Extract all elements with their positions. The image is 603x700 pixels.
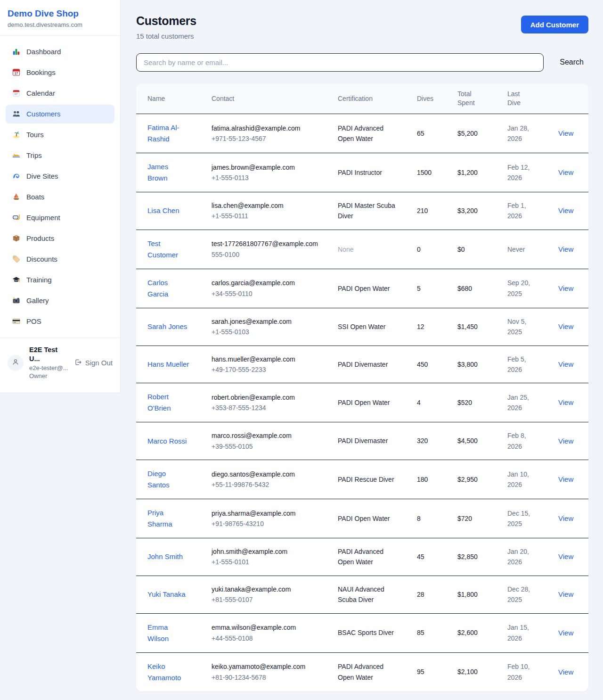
logout-icon [74, 358, 82, 368]
sidebar-item-label: Equipment [26, 214, 60, 222]
sidebar: Demo Dive Shop demo.test.divestreams.com… [0, 0, 121, 393]
customer-name-link[interactable]: Lisa Chen [147, 205, 179, 216]
customer-total-spent: $0 [452, 230, 502, 269]
search-input[interactable] [136, 53, 544, 72]
customer-name-link[interactable]: Yuki Tanaka [147, 589, 186, 600]
view-customer-link[interactable]: View [558, 398, 573, 406]
view-customer-link[interactable]: View [558, 590, 573, 598]
avatar [8, 355, 24, 371]
camera-icon [11, 296, 21, 305]
view-customer-link[interactable]: View [558, 475, 573, 483]
view-customer-link[interactable]: View [558, 322, 573, 330]
customer-email: yuki.tanaka@example.com [212, 584, 323, 594]
sidebar-item-training[interactable]: Training [6, 271, 114, 289]
view-customer-link[interactable]: View [558, 629, 573, 637]
customer-certification: PADI Open Water [338, 513, 390, 524]
customer-name-link[interactable]: Carlos Garcia [147, 277, 190, 300]
customer-phone: +39-555-0105 [212, 441, 323, 452]
customer-email: marco.rossi@example.com [212, 430, 323, 441]
customer-name-link[interactable]: Priya Sharma [147, 507, 190, 530]
view-customer-link[interactable]: View [558, 514, 573, 522]
sidebar-item-dive-sites[interactable]: Dive Sites [6, 167, 114, 186]
customer-certification: BSAC Sports Diver [338, 627, 394, 638]
table-row: John Smithjohn.smith@example.com+1-555-0… [136, 538, 588, 576]
customer-email: carlos.garcia@example.com [212, 278, 323, 288]
sidebar-item-label: Customers [26, 110, 61, 118]
view-customer-link[interactable]: View [558, 245, 573, 253]
customer-name-link[interactable]: Test Customer [147, 238, 190, 261]
customer-name-link[interactable]: Fatima Al-Rashid [147, 122, 190, 145]
tag-icon [11, 255, 21, 264]
customer-dives: 28 [411, 576, 452, 613]
customer-name-link[interactable]: Marco Rossi [147, 436, 187, 447]
sidebar-item-label: Tours [26, 131, 44, 139]
table-row: Emma Wilsonemma.wilson@example.com+44-55… [136, 613, 588, 652]
user-email: e2e-tester@... [29, 364, 68, 372]
column-header-name: Name [136, 84, 206, 114]
customer-name-link[interactable]: James Brown [147, 161, 190, 184]
table-row: Lisa Chenlisa.chen@example.com+1-555-011… [136, 192, 588, 230]
customer-name-link[interactable]: Keiko Yamamoto [147, 661, 190, 684]
table-header: NameContactCertificationDivesTotal Spent… [136, 84, 588, 114]
sidebar-item-pos[interactable]: POS [6, 312, 114, 331]
customer-last-dive: Nov 5, 2025 [507, 316, 538, 338]
customer-last-dive: Sep 20, 2025 [507, 278, 538, 299]
view-customer-link[interactable]: View [558, 206, 573, 214]
view-customer-link[interactable]: View [558, 668, 573, 676]
graduation-cap-icon [11, 275, 21, 285]
sign-out-button[interactable]: Sign Out [74, 358, 113, 368]
add-customer-button[interactable]: Add Customer [521, 16, 588, 33]
table-row: Fatima Al-Rashidfatima.alrashid@example.… [136, 114, 588, 153]
view-customer-link[interactable]: View [558, 129, 573, 137]
customer-last-dive: Feb 10, 2026 [507, 661, 538, 683]
sidebar-item-equipment[interactable]: Equipment [6, 208, 114, 227]
sidebar-item-gallery[interactable]: Gallery [6, 291, 114, 310]
customer-email: john.smith@example.com [212, 546, 323, 557]
customer-dives: 8 [411, 499, 452, 538]
customer-email: fatima.alrashid@example.com [212, 123, 323, 133]
sidebar-item-products[interactable]: Products [6, 229, 114, 248]
customer-dives: 85 [411, 613, 452, 652]
view-customer-link[interactable]: View [558, 437, 573, 445]
customer-name-link[interactable]: Hans Mueller [147, 359, 189, 370]
customer-dives: 45 [411, 538, 452, 576]
sidebar-item-discounts[interactable]: Discounts [6, 250, 114, 269]
sidebar-item-boats[interactable]: Boats [6, 188, 114, 206]
customer-name-link[interactable]: Robert O'Brien [147, 391, 190, 414]
customer-last-dive: Never [507, 244, 525, 255]
search-button[interactable]: Search [555, 58, 588, 66]
table-row: James Brownjames.brown@example.com+1-555… [136, 153, 588, 192]
customer-name-link[interactable]: Sarah Jones [147, 321, 187, 332]
customer-last-dive: Jan 15, 2026 [507, 622, 538, 643]
customer-certification: PADI Instructor [338, 167, 382, 178]
customer-name-link[interactable]: Emma Wilson [147, 622, 190, 644]
customer-certification: None [338, 244, 353, 255]
shop-name: Demo Dive Shop [8, 8, 113, 19]
table-row: Hans Muellerhans.mueller@example.com+49-… [136, 346, 588, 383]
customer-email: priya.sharma@example.com [212, 508, 323, 519]
customer-name-link[interactable]: Diego Santos [147, 468, 190, 491]
customer-certification: PADI Open Water [338, 397, 390, 408]
customer-total-spent: $720 [452, 499, 502, 538]
sidebar-item-customers[interactable]: Customers [6, 105, 114, 124]
page-header: Customers 15 total customers Add Custome… [136, 14, 588, 40]
customer-dives: 5 [411, 269, 452, 308]
sidebar-item-calendar[interactable]: Calendar [6, 84, 114, 103]
column-header-total-spent: Total Spent [452, 84, 502, 114]
sign-out-label: Sign Out [85, 359, 113, 367]
customer-dives: 12 [411, 308, 452, 346]
view-customer-link[interactable]: View [558, 168, 573, 176]
view-customer-link[interactable]: View [558, 360, 573, 368]
table-row: Priya Sharmapriya.sharma@example.com+91-… [136, 499, 588, 538]
sidebar-item-dashboard[interactable]: Dashboard [6, 42, 114, 61]
search-row: Search [136, 53, 588, 72]
customer-dives: 210 [411, 192, 452, 230]
sidebar-item-tours[interactable]: Tours [6, 125, 114, 144]
customer-dives: 0 [411, 230, 452, 269]
sidebar-item-trips[interactable]: Trips [6, 146, 114, 165]
view-customer-link[interactable]: View [558, 284, 573, 292]
customer-name-link[interactable]: John Smith [147, 551, 183, 562]
customer-email: hans.mueller@example.com [212, 354, 323, 364]
view-customer-link[interactable]: View [558, 552, 573, 560]
sidebar-item-bookings[interactable]: 17Bookings [6, 63, 114, 82]
